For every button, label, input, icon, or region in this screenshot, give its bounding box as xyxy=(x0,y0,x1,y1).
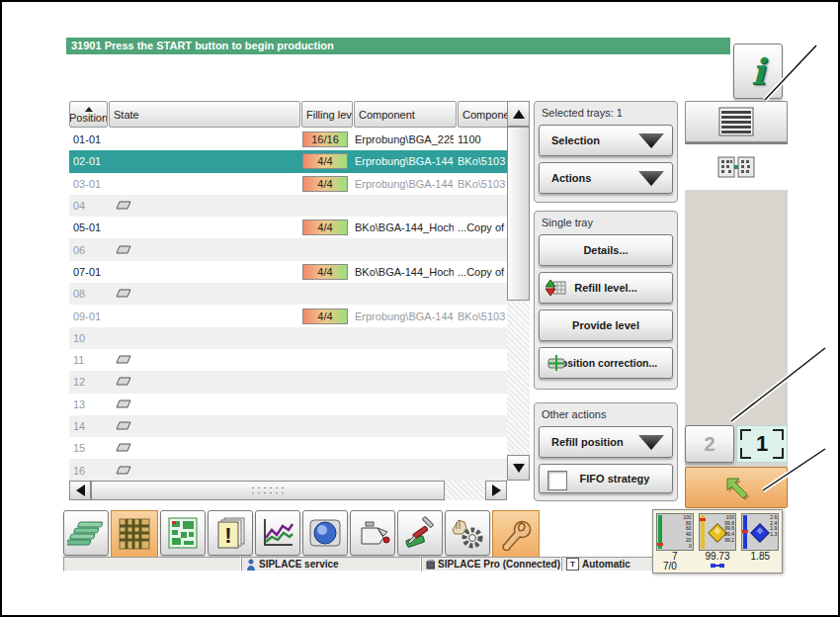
fifo-strategy-toggle[interactable]: FIFO strategy xyxy=(539,464,673,493)
statistics-button[interactable] xyxy=(255,510,300,556)
other-actions-title: Other actions xyxy=(542,408,673,420)
table-row[interactable]: 12 xyxy=(69,371,507,393)
position-correction-button[interactable]: Position correction... xyxy=(539,347,673,379)
scroll-down-button[interactable] xyxy=(507,455,530,481)
table-row-selected[interactable]: 02-01 4/4 Erprobung\BGA-144_1 BKo\5103 xyxy=(69,150,507,172)
empty-tray-icon xyxy=(116,355,131,364)
dropdown-icon xyxy=(638,133,664,149)
provide-level-button[interactable]: Provide level xyxy=(539,309,673,341)
table-row[interactable]: 09-01 4/4 Erprobung\BGA-144_3 BKo\5103 xyxy=(69,305,507,326)
service-wrench-button[interactable] xyxy=(492,510,540,558)
status-segment-empty xyxy=(63,557,241,572)
empty-tray-icon xyxy=(116,201,131,210)
tray-table-button[interactable] xyxy=(111,510,158,558)
info-icon: i xyxy=(751,53,765,89)
table-row[interactable]: 10 xyxy=(69,327,507,349)
refill-level-icon xyxy=(546,279,567,297)
single-tray-title: Single tray xyxy=(542,217,673,228)
table-row[interactable]: 08 xyxy=(69,283,507,305)
back-arrow-icon xyxy=(721,473,751,502)
position-correction-icon xyxy=(546,355,567,371)
performance-gauge: 10099.8 99.699.4 99.2 xyxy=(699,513,736,551)
table-row[interactable]: 04 xyxy=(69,195,507,217)
oil-can-icon xyxy=(354,516,391,550)
table-row[interactable]: 03-01 4/4 Erprobung\BGA-144_2 BKo\5103 xyxy=(69,173,507,195)
page-2-button[interactable]: 2 xyxy=(685,425,734,463)
table-row[interactable]: 14 xyxy=(69,415,507,437)
table-row[interactable]: 05-01 4/4 BKo\BGA-144_Hoch ...Copy of 51 xyxy=(69,217,507,238)
checkbox-icon[interactable] xyxy=(547,471,567,490)
page-1-button[interactable]: 1 xyxy=(736,425,788,463)
error-log-button[interactable]: ! xyxy=(208,510,253,556)
repair-button[interactable] xyxy=(397,510,443,556)
details-button[interactable]: Details... xyxy=(539,234,673,266)
application-window: 31901 Press the START button to begin pr… xyxy=(0,0,840,617)
svg-text:!: ! xyxy=(224,523,231,548)
refill-level-button[interactable]: Refill level... xyxy=(539,272,673,304)
back-button[interactable] xyxy=(685,467,788,508)
sort-asc-icon xyxy=(85,107,93,112)
table-row[interactable]: 01-01 16/16 Erprobung\BGA_225 1100 xyxy=(69,129,507,150)
status-message-bar: 31901 Press the START button to begin pr… xyxy=(66,38,730,54)
table-row[interactable]: 11 xyxy=(69,349,507,371)
scroll-right-button[interactable] xyxy=(485,481,507,500)
connector-icon xyxy=(711,562,724,570)
horizontal-scroll-track[interactable] xyxy=(445,481,485,500)
horizontal-scrollbar xyxy=(69,481,507,500)
table-row[interactable]: 06 xyxy=(69,238,507,260)
column-header-component-2[interactable]: Component xyxy=(458,101,509,128)
arrow-left-icon xyxy=(76,485,85,496)
table-row[interactable]: 15 xyxy=(69,437,507,459)
column-header-state[interactable]: State xyxy=(109,101,300,128)
table-row[interactable]: 13 xyxy=(69,394,507,415)
count-gauge-value: 7 7/0 xyxy=(653,552,696,572)
main-toolbar: ! xyxy=(63,510,540,558)
status-segment-connection: SIPLACE Pro (Connected) xyxy=(421,557,561,572)
pcb-program-button[interactable] xyxy=(160,510,206,556)
mode-icon: T xyxy=(566,558,579,571)
table-row[interactable]: 07-01 4/4 BKo\BGA-144_Hoch ...Copy of 51 xyxy=(69,261,507,283)
user-icon xyxy=(246,559,256,571)
filling-level-badge: 16/16 xyxy=(302,132,348,147)
camera-vision-button[interactable] xyxy=(302,510,348,556)
tray-stack-icon xyxy=(67,516,105,550)
count-gauge: 10080 6040 200 xyxy=(656,513,694,551)
arrow-down-icon xyxy=(513,464,525,473)
column-header-position[interactable]: Position xyxy=(69,101,108,128)
other-actions-group: Other actions Refill position FIFO strat… xyxy=(534,402,678,501)
actions-dropdown-button[interactable]: Actions xyxy=(539,162,673,194)
filling-level-badge: 4/4 xyxy=(302,308,348,324)
status-segment-user: SIPLACE service xyxy=(241,557,421,572)
scroll-left-button[interactable] xyxy=(69,481,91,500)
empty-tray-icon xyxy=(116,443,131,452)
vertical-scroll-thumb[interactable] xyxy=(507,127,530,301)
selection-dropdown-button[interactable]: Selection xyxy=(539,125,673,156)
grip-dots-icon xyxy=(250,485,286,495)
column-header-component[interactable]: Component xyxy=(354,101,457,128)
rate-gauge-value: 1.85 xyxy=(739,552,782,572)
table-row[interactable]: 16 xyxy=(69,459,507,481)
info-button[interactable]: i xyxy=(733,44,783,99)
filling-level-badge: 4/4 xyxy=(302,176,348,192)
tray-stack-button[interactable] xyxy=(63,510,109,556)
performance-gauge-panel[interactable]: 10080 6040 200 10099.8 99.699.4 99.2 xyxy=(652,509,783,573)
scroll-up-button[interactable] xyxy=(507,101,530,127)
statistics-chart-icon xyxy=(260,516,295,550)
performance-gauge-value: 99.73 xyxy=(696,552,738,572)
vertical-scroll-track[interactable] xyxy=(507,301,530,455)
manual-operation-button[interactable] xyxy=(445,510,490,556)
status-message-text: 31901 Press the START button to begin pr… xyxy=(71,40,334,51)
selected-trays-group: Selected trays: 1 Selection Actions xyxy=(534,101,678,203)
rate-gauge: 2.62.4 1.91.3 xyxy=(741,513,779,551)
column-header-filling-level[interactable]: Filling level xyxy=(301,101,353,128)
filling-level-badge: 4/4 xyxy=(302,220,348,235)
error-log-icon: ! xyxy=(212,516,248,550)
dropdown-icon xyxy=(638,171,664,187)
tab-tray-view[interactable] xyxy=(685,144,788,190)
repair-tool-icon xyxy=(402,516,438,550)
tab-list-view[interactable] xyxy=(685,101,788,142)
maintenance-oil-button[interactable] xyxy=(350,510,395,556)
horizontal-scroll-thumb[interactable] xyxy=(91,481,445,500)
status-bar: SIPLACE service SIPLACE Pro (Connected) … xyxy=(63,557,656,572)
refill-position-dropdown-button[interactable]: Refill position xyxy=(539,426,673,458)
